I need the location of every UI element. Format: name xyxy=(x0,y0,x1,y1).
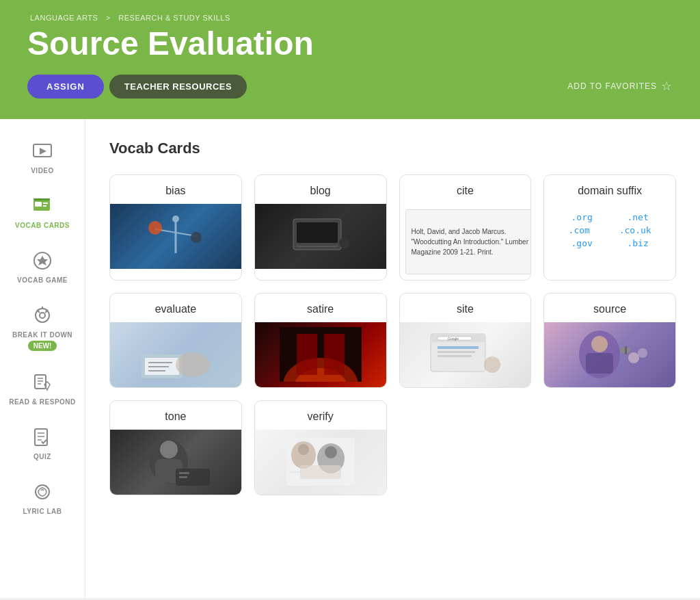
domain-net: .net xyxy=(627,212,648,222)
vocab-card-image-domain-suffix: .org .net .com .co.uk .gov .biz xyxy=(544,204,675,259)
vocab-card-satire[interactable]: satire xyxy=(254,293,387,388)
blog-illustration xyxy=(280,209,362,263)
main-content: Vocab Cards bias blog xyxy=(85,119,700,598)
svg-point-50 xyxy=(484,356,500,373)
svg-rect-62 xyxy=(179,472,189,474)
page-header: LANGUAGE ARTS > RESEARCH & STUDY SKILLS … xyxy=(0,0,700,119)
svg-rect-6 xyxy=(33,198,50,200)
sidebar-item-lyric-lab[interactable]: LYRIC LAB xyxy=(0,470,85,525)
vocab-card-label-site: site xyxy=(400,294,531,322)
svg-point-22 xyxy=(36,485,49,499)
header-actions: ASSIGN TEACHER RESOURCES ADD TO FAVORITE… xyxy=(27,75,673,99)
domain-couk: .co.uk xyxy=(619,225,651,235)
breadcrumb-part1: LANGUAGE ARTS xyxy=(30,14,98,22)
domain-biz: .biz xyxy=(627,238,648,248)
svg-line-11 xyxy=(37,310,40,313)
satire-illustration xyxy=(280,327,362,382)
svg-point-52 xyxy=(591,336,608,352)
vocab-card-source[interactable]: source xyxy=(543,293,676,388)
sidebar-label-video: VIDEO xyxy=(31,167,54,174)
vocab-card-cite[interactable]: cite Holt, David, and Jacob Marcus. "Woo… xyxy=(399,174,532,281)
sidebar-item-video[interactable]: VIDEO xyxy=(0,129,85,184)
domain-gov: .gov xyxy=(571,238,593,248)
section-title: Vocab Cards xyxy=(109,140,676,157)
svg-rect-55 xyxy=(625,346,627,354)
vocab-card-evaluate[interactable]: evaluate xyxy=(109,293,242,388)
assign-button[interactable]: ASSIGN xyxy=(27,75,104,99)
svg-rect-14 xyxy=(35,375,46,389)
video-icon xyxy=(30,139,55,164)
svg-rect-49 xyxy=(438,355,472,357)
favorites-label: ADD TO FAVORITES xyxy=(567,81,657,91)
sidebar-label-quiz: QUIZ xyxy=(33,453,51,460)
vocab-card-label-blog: blog xyxy=(255,175,386,204)
vocab-card-image-verify xyxy=(255,430,386,495)
sidebar-label-vocab-game: VOCAB GAME xyxy=(17,276,68,284)
tone-illustration xyxy=(135,434,217,489)
svg-rect-18 xyxy=(35,429,47,445)
vocab-card-tone[interactable]: tone xyxy=(109,400,242,495)
vocab-card-image-tone xyxy=(110,430,241,495)
vocab-card-verify[interactable]: verify xyxy=(254,400,387,495)
vocab-card-site[interactable]: site Google xyxy=(399,293,532,388)
svg-rect-63 xyxy=(179,476,187,478)
vocab-card-label-bias: bias xyxy=(110,175,241,204)
svg-point-66 xyxy=(298,444,309,455)
svg-text:Google: Google xyxy=(448,337,459,341)
svg-point-56 xyxy=(628,352,639,363)
svg-rect-53 xyxy=(586,353,613,374)
evaluate-illustration xyxy=(135,327,217,382)
sidebar-item-break-it-down[interactable]: BREAK IT DOWN NEW! xyxy=(0,294,85,361)
sidebar-item-vocab-cards[interactable]: VOCAB CARDS xyxy=(0,184,85,239)
read-respond-icon xyxy=(30,370,55,395)
svg-point-57 xyxy=(638,348,647,358)
sidebar-label-break-it-down: BREAK IT DOWN xyxy=(12,331,72,339)
cite-text: Holt, David, and Jacob Marcus. "Woodcutt… xyxy=(412,226,530,257)
svg-rect-42 xyxy=(324,334,345,375)
source-illustration xyxy=(569,327,651,382)
vocab-card-label-evaluate: evaluate xyxy=(110,294,241,322)
vocab-card-image-satire xyxy=(255,322,386,387)
sidebar-item-read-respond[interactable]: READ & RESPOND xyxy=(0,361,85,415)
vocab-cards-icon xyxy=(30,194,55,218)
vocab-card-image-blog xyxy=(255,204,386,269)
vocab-card-label-tone: tone xyxy=(110,401,241,430)
vocab-card-image-cite: Holt, David, and Jacob Marcus. "Woodcutt… xyxy=(405,209,532,274)
main-layout: VIDEO VOCAB CARDS VOCAB G xyxy=(0,119,700,598)
site-illustration: Google xyxy=(424,327,506,382)
svg-marker-1 xyxy=(40,148,46,155)
vocab-card-label-domain-suffix: domain suffix xyxy=(544,175,675,204)
new-badge: NEW! xyxy=(28,341,57,351)
svg-point-10 xyxy=(40,313,45,318)
add-to-favorites-button[interactable]: ADD TO FAVORITES ☆ xyxy=(567,79,673,94)
sidebar-label-read-respond: READ & RESPOND xyxy=(9,398,76,406)
vocab-card-label-satire: satire xyxy=(255,294,386,322)
svg-point-59 xyxy=(160,441,178,458)
teacher-resources-button[interactable]: TEACHER RESOURCES xyxy=(109,75,247,99)
svg-marker-8 xyxy=(37,256,48,265)
breadcrumb: LANGUAGE ARTS > RESEARCH & STUDY SKILLS xyxy=(27,14,673,22)
sidebar: VIDEO VOCAB CARDS VOCAB G xyxy=(0,119,85,598)
vocab-card-domain-suffix[interactable]: domain suffix .org .net .com .co.uk .gov… xyxy=(543,174,676,281)
svg-point-68 xyxy=(325,446,337,458)
vocab-card-image-source xyxy=(544,322,675,387)
bias-illustration xyxy=(135,209,217,263)
vocab-game-icon xyxy=(30,248,55,273)
star-icon: ☆ xyxy=(661,79,673,94)
quiz-icon xyxy=(30,425,55,449)
sidebar-item-vocab-game[interactable]: VOCAB GAME xyxy=(0,239,85,294)
break-it-down-icon xyxy=(30,303,55,328)
vocab-card-bias[interactable]: bias xyxy=(109,174,242,281)
vocab-cards-grid: bias blog xyxy=(109,174,676,495)
verify-illustration xyxy=(280,434,362,489)
svg-rect-3 xyxy=(35,202,42,207)
vocab-card-label-verify: verify xyxy=(255,401,386,430)
sidebar-label-vocab-cards: VOCAB CARDS xyxy=(15,222,70,229)
sidebar-label-lyric-lab: LYRIC LAB xyxy=(23,508,62,515)
sidebar-item-quiz[interactable]: QUIZ xyxy=(0,415,85,470)
svg-point-26 xyxy=(191,232,202,243)
breadcrumb-part2: RESEARCH & STUDY SKILLS xyxy=(118,14,230,22)
page-title: Source Evaluation xyxy=(27,26,673,62)
vocab-card-blog[interactable]: blog xyxy=(254,174,387,281)
vocab-card-label-source: source xyxy=(544,294,675,322)
